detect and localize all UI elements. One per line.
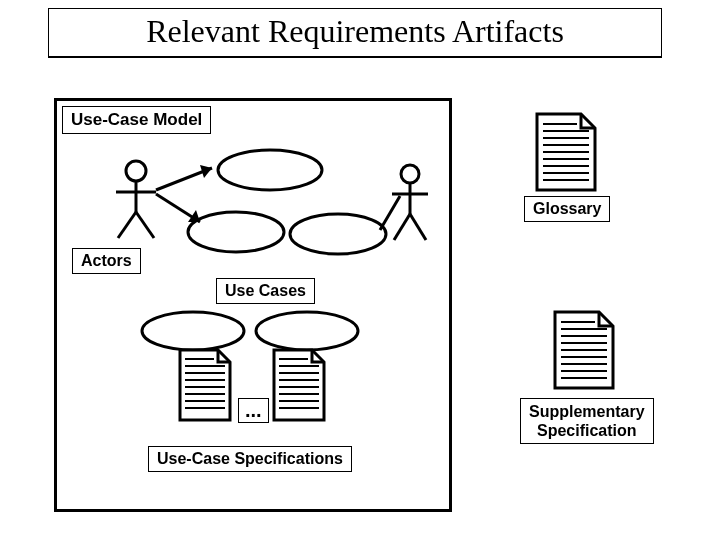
use-case-ellipse-icon bbox=[254, 310, 360, 352]
connector-line bbox=[376, 194, 406, 244]
label-text: Actors bbox=[81, 252, 132, 269]
svg-point-0 bbox=[126, 161, 146, 181]
svg-line-9 bbox=[410, 214, 426, 240]
use-case-model-label: Use-Case Model bbox=[62, 106, 211, 134]
use-case-ellipse-icon bbox=[216, 148, 324, 192]
svg-point-12 bbox=[290, 214, 386, 254]
document-icon bbox=[535, 112, 597, 192]
label-text: Supplementary Specification bbox=[529, 403, 645, 439]
ellipsis-label: ... bbox=[238, 398, 269, 423]
svg-point-5 bbox=[401, 165, 419, 183]
use-case-ellipse-icon bbox=[140, 310, 246, 352]
use-case-ellipse-icon bbox=[288, 212, 388, 256]
svg-line-3 bbox=[118, 212, 136, 238]
label-text: ... bbox=[245, 399, 262, 421]
svg-point-39 bbox=[256, 312, 358, 350]
document-icon bbox=[553, 310, 615, 390]
actors-label: Actors bbox=[72, 248, 141, 274]
svg-line-17 bbox=[380, 196, 400, 230]
arrow-icon bbox=[150, 160, 230, 240]
label-text: Use-Case Specifications bbox=[157, 450, 343, 467]
svg-point-10 bbox=[218, 150, 322, 190]
label-text: Glossary bbox=[533, 200, 601, 217]
use-case-specifications-label: Use-Case Specifications bbox=[148, 446, 352, 472]
label-text: Use-Case Model bbox=[71, 110, 202, 129]
glossary-label: Glossary bbox=[524, 196, 610, 222]
supplementary-specification-label: Supplementary Specification bbox=[520, 398, 654, 444]
title-text: Relevant Requirements Artifacts bbox=[146, 13, 564, 49]
document-icon bbox=[178, 348, 232, 422]
document-icon bbox=[272, 348, 326, 422]
svg-point-38 bbox=[142, 312, 244, 350]
label-text: Use Cases bbox=[225, 282, 306, 299]
use-cases-label: Use Cases bbox=[216, 278, 315, 304]
page-title: Relevant Requirements Artifacts bbox=[48, 8, 662, 58]
